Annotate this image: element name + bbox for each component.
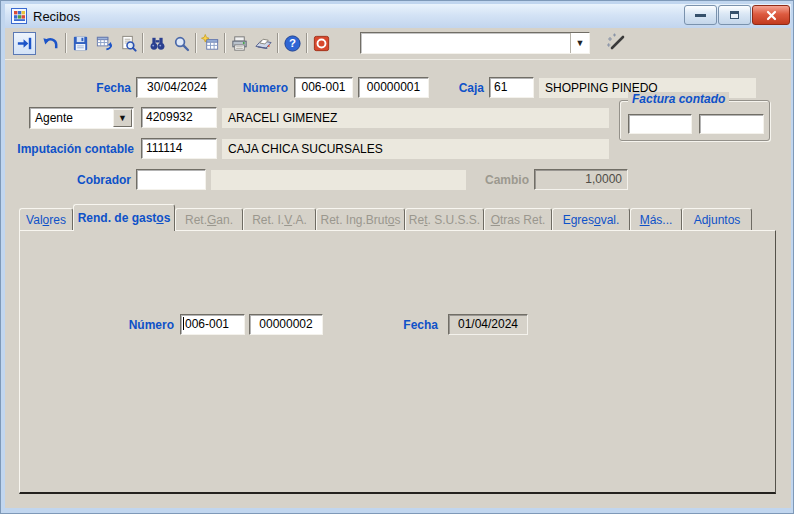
numero-field[interactable]: 00000001 <box>358 77 429 98</box>
agente-combobox-value: Agente <box>30 108 112 128</box>
toolbar: ? ▼ <box>5 28 791 60</box>
toolbar-separator <box>224 33 226 53</box>
print-preview-button[interactable] <box>117 32 140 55</box>
dropdown-arrow-icon[interactable]: ▼ <box>113 109 132 127</box>
print-icon <box>230 34 249 53</box>
find-button[interactable] <box>146 32 169 55</box>
titlebar[interactable]: Recibos <box>5 4 791 28</box>
search-button[interactable] <box>170 32 193 55</box>
confirm-button[interactable] <box>13 32 36 55</box>
scan-button[interactable] <box>252 32 275 55</box>
label-cambio: Cambio <box>456 173 529 187</box>
app-icon <box>11 8 27 24</box>
new-record-button[interactable] <box>199 32 222 55</box>
copy-record-icon <box>95 34 114 53</box>
text-caret <box>183 317 184 330</box>
toolbar-separator <box>65 33 67 53</box>
label-fecha: Fecha <box>41 81 131 95</box>
imputacion-name-display: CAJA CHICA SUCURSALES <box>222 139 609 159</box>
comprobante-numero-field[interactable]: 00000002 <box>249 314 323 335</box>
agente-code-field[interactable]: 4209932 <box>141 107 217 128</box>
minimize-icon <box>695 14 706 17</box>
cobrador-code-field[interactable] <box>136 169 206 190</box>
tab-ret-ing-brutos: Ret. Ing.Brutos <box>316 208 405 230</box>
copy-record-button[interactable] <box>93 32 116 55</box>
new-record-icon <box>201 34 220 53</box>
tab-ret-gan: Ret. Gan. <box>175 208 243 230</box>
undo-icon <box>41 34 60 53</box>
caja-code-field[interactable]: 61 <box>489 77 534 98</box>
agente-combobox[interactable]: Agente ▼ <box>29 107 134 129</box>
label-numero: Número <box>211 81 288 95</box>
wand-icon <box>605 33 627 55</box>
cambio-field: 1,0000 <box>534 169 628 190</box>
label-comprobante-fecha: Fecha <box>391 318 438 332</box>
agente-name-display: ARACELI GIMENEZ <box>222 108 609 128</box>
dropdown-arrow-icon[interactable]: ▼ <box>570 33 589 53</box>
tab-valores[interactable]: Valores <box>19 208 73 230</box>
maximize-icon <box>730 11 739 19</box>
help-button[interactable]: ? <box>281 32 304 55</box>
label-comprobante-numero: Número <box>109 318 174 332</box>
tab-adjuntos[interactable]: Adjuntos <box>682 208 752 230</box>
undo-button[interactable] <box>39 32 62 55</box>
exit-button[interactable] <box>310 32 333 55</box>
save-icon <box>71 34 90 53</box>
close-button[interactable] <box>752 5 790 25</box>
toolbar-separator <box>306 33 308 53</box>
tab-ret-iva: Ret. I.V.A. <box>243 208 316 230</box>
tab-mas[interactable]: Más... <box>630 208 682 230</box>
comprobante-fecha-field: 01/04/2024 <box>448 314 528 335</box>
label-caja: Caja <box>421 81 484 95</box>
numero-serie-field[interactable]: 006-001 <box>294 77 353 98</box>
fecha-field[interactable]: 30/04/2024 <box>136 77 218 98</box>
scan-icon <box>254 34 273 53</box>
minimize-button[interactable] <box>684 5 717 25</box>
close-icon <box>766 10 777 21</box>
print-button[interactable] <box>228 32 251 55</box>
toolbar-separator <box>195 33 197 53</box>
tab-rend-de-gastos[interactable]: Rend. de gastos <box>73 204 175 231</box>
print-preview-icon <box>119 34 138 53</box>
svg-text:?: ? <box>289 37 296 49</box>
search-icon <box>172 34 191 53</box>
comprobante-serie-field[interactable]: 006-001 <box>180 314 245 335</box>
imputacion-code-field[interactable]: 111114 <box>141 138 217 159</box>
label-imputacion-contable: Imputación contable <box>9 142 134 156</box>
wand-button[interactable] <box>603 31 629 57</box>
toolbar-combobox-value <box>361 33 570 53</box>
app-window: Recibos <box>0 0 794 514</box>
find-icon <box>148 34 167 53</box>
tab-ret-suss: Ret. S.U.S.S. <box>405 208 484 230</box>
save-button[interactable] <box>69 32 92 55</box>
tab-egreso-val[interactable]: Egreso val. <box>552 208 630 230</box>
tab-otras-ret: Otras Ret. <box>484 208 552 230</box>
toolbar-separator <box>277 33 279 53</box>
cobrador-name-display <box>211 170 466 190</box>
confirm-icon <box>15 34 34 53</box>
factura-contado-group: Factura contado <box>619 100 770 141</box>
toolbar-separator <box>142 33 144 53</box>
exit-icon <box>312 34 331 53</box>
window-title: Recibos <box>33 9 80 24</box>
maximize-button[interactable] <box>718 5 751 25</box>
label-cobrador: Cobrador <box>49 173 131 187</box>
help-icon: ? <box>283 34 302 53</box>
toolbar-combobox[interactable]: ▼ <box>360 32 590 54</box>
tab-page-rend-de-gastos <box>19 230 776 494</box>
factura-contado-field-2[interactable] <box>699 114 764 134</box>
factura-contado-field-1[interactable] <box>628 114 692 134</box>
factura-contado-label: Factura contado <box>628 92 729 106</box>
